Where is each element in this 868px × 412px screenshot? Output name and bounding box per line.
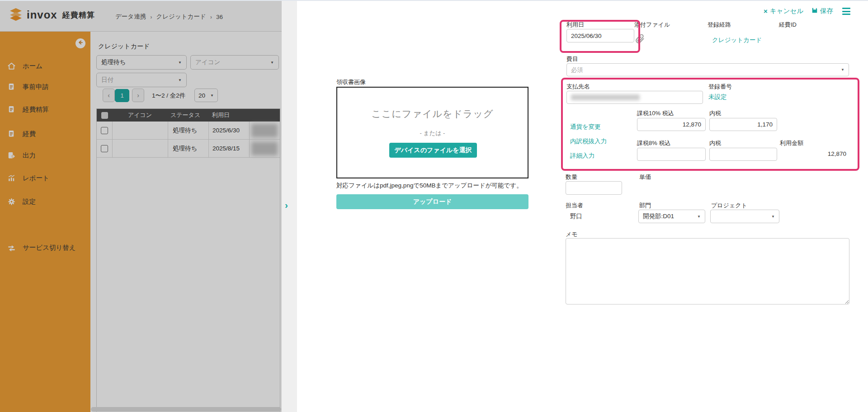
- dropzone-or-text: - または -: [337, 129, 528, 137]
- chevron-down-icon: ▼: [841, 68, 844, 72]
- expense-id-label: 経費ID: [779, 21, 797, 29]
- total-amount-value: 12,870: [780, 150, 846, 157]
- memo-textarea[interactable]: [566, 238, 849, 304]
- payee-label: 支払先名: [566, 83, 590, 91]
- tax8-label: 課税8% 税込: [637, 139, 670, 147]
- chevron-down-icon: ▼: [771, 215, 775, 219]
- category-label: 費目: [566, 55, 578, 63]
- category-select[interactable]: 必須 ▼: [566, 63, 849, 76]
- paperclip-icon[interactable]: [635, 33, 646, 47]
- category-placeholder: 必須: [571, 66, 583, 74]
- unit-price-label: 単価: [639, 173, 651, 181]
- department-select[interactable]: 開発部:D01 ▼: [638, 210, 705, 223]
- cancel-label: キャンセル: [770, 7, 803, 15]
- select-device-file-button[interactable]: デバイスのファイルを選択: [389, 143, 477, 158]
- breakdown-tax-excluded-link[interactable]: 内訳税抜入力: [570, 137, 607, 145]
- department-label: 部門: [639, 201, 651, 210]
- total-amount-label: 利用金額: [780, 139, 803, 147]
- attachment-label: 添付ファイル: [634, 21, 670, 29]
- file-dropzone[interactable]: ここにファイルをドラッグ - または - デバイスのファイルを選択: [336, 87, 528, 178]
- tax10-inner-input[interactable]: [709, 118, 777, 131]
- tax10-input[interactable]: [637, 118, 706, 131]
- registration-number-value[interactable]: 未設定: [708, 93, 727, 101]
- person-label: 担当者: [566, 201, 583, 210]
- app-screen: invox 経費精算 データ連携 › クレジットカード › 36 ホーム: [0, 0, 868, 412]
- receipt-image-label: 領収書画像: [336, 78, 366, 86]
- dim-overlay[interactable]: [0, 0, 282, 412]
- quantity-input[interactable]: [566, 181, 622, 195]
- floppy-disk-icon: [811, 7, 818, 15]
- person-value: 野口: [570, 212, 582, 220]
- window-top-edge: [0, 0, 868, 1]
- save-button[interactable]: 保存: [811, 7, 833, 15]
- change-currency-link[interactable]: 通貨を変更: [570, 123, 601, 131]
- tax8-input[interactable]: [637, 148, 706, 161]
- tax10-label: 課税10% 税込: [637, 109, 674, 117]
- redacted-payee-blur: [571, 94, 640, 100]
- usage-date-input[interactable]: [566, 29, 634, 42]
- usage-date-label: 利用日: [566, 21, 584, 29]
- tax8-inner-label: 内税: [709, 139, 721, 147]
- close-icon: ×: [764, 7, 768, 15]
- registration-route-label: 登録経路: [708, 21, 731, 29]
- panel-expand-chevron-icon[interactable]: ›: [285, 200, 288, 211]
- chevron-down-icon: ▼: [697, 215, 701, 219]
- expense-detail-panel: › × キャンセル 保存 領収書画像 ここにファイルをドラッグ - または - …: [282, 0, 868, 412]
- quantity-label: 数量: [566, 173, 577, 181]
- menu-icon[interactable]: [842, 8, 850, 15]
- detail-input-link[interactable]: 詳細入力: [570, 152, 594, 160]
- tax8-inner-input[interactable]: [709, 148, 777, 161]
- project-select[interactable]: ▼: [710, 210, 779, 223]
- save-label: 保存: [820, 7, 833, 15]
- panel-gutter: [282, 0, 297, 412]
- memo-label: メモ: [566, 230, 578, 239]
- upload-note: 対応ファイルはpdf,jpeg,pngで50MBまでアップロードが可能です。: [336, 182, 523, 190]
- registration-number-label: 登録番号: [708, 83, 732, 91]
- upload-button[interactable]: アップロード: [336, 194, 528, 209]
- tax10-inner-label: 内税: [709, 109, 721, 117]
- dropzone-drag-text: ここにファイルをドラッグ: [337, 108, 528, 120]
- department-value: 開発部:D01: [643, 212, 674, 220]
- cancel-button[interactable]: × キャンセル: [764, 7, 803, 15]
- registration-route-value[interactable]: クレジットカード: [712, 36, 762, 44]
- project-label: プロジェクト: [711, 201, 747, 210]
